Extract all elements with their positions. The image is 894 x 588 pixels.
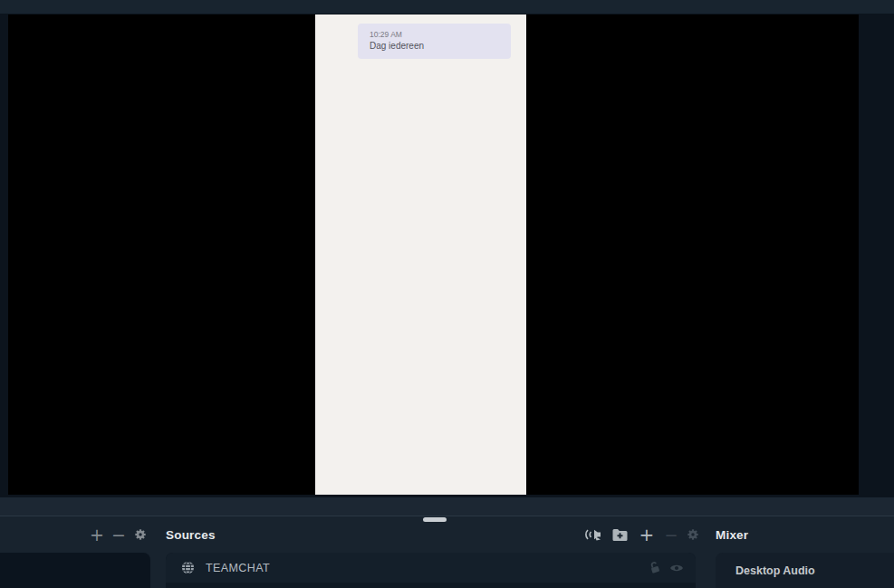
mixer-list-panel: Desktop Audio — [716, 553, 894, 588]
source-settings-gear-icon[interactable] — [682, 516, 704, 553]
globe-icon — [181, 561, 195, 574]
teamchat-source-preview[interactable]: 10:29 AM Dag iedereen — [315, 14, 526, 495]
stream-preview-area[interactable]: 10:29 AM Dag iedereen — [0, 14, 894, 497]
panel-resize-strip[interactable] — [0, 497, 894, 516]
chat-message-time: 10:29 AM — [370, 29, 502, 40]
add-scene-button[interactable]: + — [87, 516, 107, 553]
mixer-source-name: Desktop Audio — [735, 564, 815, 577]
streamlabs-window: 10:29 AM Dag iedereen + − Sources — [0, 0, 894, 588]
mixer-row-desktop-audio[interactable]: Desktop Audio — [716, 553, 894, 588]
audio-monitor-icon[interactable] — [582, 516, 605, 553]
chat-message-bubble: 10:29 AM Dag iedereen — [358, 24, 511, 59]
sources-panel-title: Sources — [166, 516, 216, 553]
title-bar — [0, 0, 894, 14]
eye-icon[interactable] — [669, 563, 684, 574]
scene-settings-gear-icon[interactable] — [130, 516, 150, 553]
add-folder-icon[interactable] — [609, 516, 630, 553]
remove-source-button[interactable]: − — [660, 516, 682, 553]
source-name: TEAMCHAT — [206, 562, 270, 574]
preview-canvas[interactable]: 10:29 AM Dag iedereen — [8, 14, 859, 495]
remove-scene-button[interactable]: − — [109, 516, 129, 553]
chat-message-text: Dag iedereen — [370, 40, 502, 53]
unlock-icon[interactable] — [648, 561, 661, 574]
mixer-panel-title: Mixer — [716, 516, 748, 553]
scenes-list-panel[interactable] — [0, 553, 150, 588]
source-row-teamchat[interactable]: TEAMCHAT — [166, 553, 696, 583]
add-source-button[interactable]: + — [635, 516, 658, 553]
sources-list-panel: TEAMCHAT — [166, 553, 696, 588]
dock-toolbar: + − Sources — [0, 516, 894, 553]
